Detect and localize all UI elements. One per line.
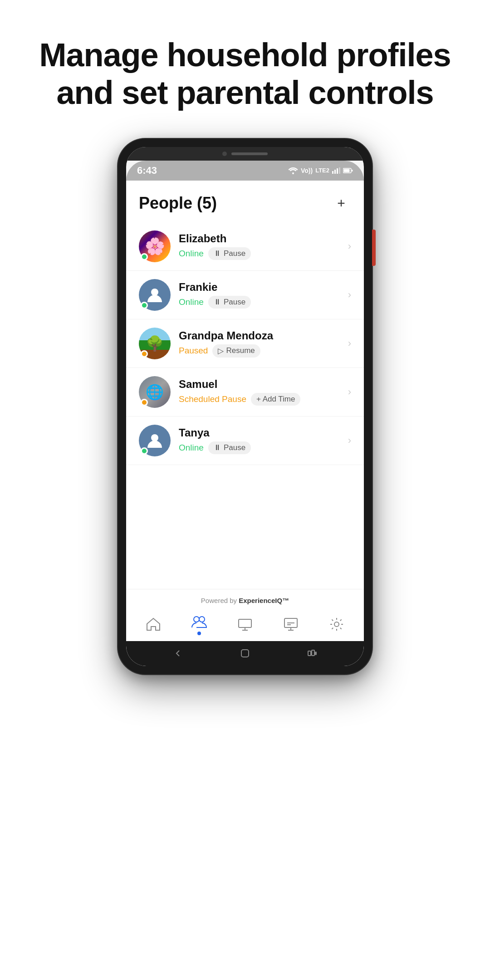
bars-icon: [332, 167, 340, 174]
network-icon: LTE2: [315, 167, 329, 174]
avatar-wrap: [139, 425, 171, 456]
person-svg-icon: [146, 286, 164, 304]
status-time: 6:43: [137, 165, 157, 176]
person-name: Frankie: [179, 281, 340, 294]
powered-by-text: Powered by ExperienceIQ™: [126, 594, 364, 609]
list-item[interactable]: Samuel Scheduled Pause + Add Time ›: [126, 368, 364, 416]
camera-dot: [222, 152, 227, 156]
monitor-icon: [283, 616, 299, 632]
signal-icon: Vo)): [301, 167, 313, 174]
settings-icon: [328, 616, 345, 632]
svg-rect-17: [312, 650, 314, 656]
phone-mockup: 6:43 Vo)) LTE2: [118, 139, 372, 674]
powered-by-label: Powered by: [201, 597, 237, 604]
svg-rect-16: [308, 651, 311, 656]
status-indicator: [141, 350, 148, 358]
status-text: Online: [179, 297, 204, 307]
home-button[interactable]: [238, 647, 252, 660]
nav-settings[interactable]: [323, 614, 350, 634]
pause-button[interactable]: ⏸ Pause: [208, 441, 251, 454]
chevron-right-icon: ›: [348, 435, 351, 446]
status-indicator: [141, 302, 148, 309]
wifi-icon: [288, 167, 298, 174]
status-indicator: [141, 399, 148, 406]
resume-icon: ▷: [218, 346, 224, 356]
battery-icon: [343, 168, 353, 173]
chevron-right-icon: ›: [348, 338, 351, 349]
pause-icon: ⏸: [214, 298, 221, 307]
resume-button[interactable]: ▷ Resume: [212, 344, 260, 358]
avatar-wrap: [139, 328, 171, 359]
status-bar: 6:43 Vo)) LTE2: [126, 161, 364, 181]
status-row: Online ⏸ Pause: [179, 247, 340, 260]
devices-icon: [237, 616, 253, 632]
svg-point-0: [292, 172, 294, 174]
person-info: Tanya Online ⏸ Pause: [179, 426, 340, 454]
avatar-wrap: [139, 279, 171, 311]
svg-rect-12: [239, 619, 251, 627]
person-info: Samuel Scheduled Pause + Add Time: [179, 378, 340, 406]
phone-nav-bar: [126, 641, 364, 666]
svg-rect-1: [332, 171, 333, 174]
svg-point-10: [194, 617, 199, 622]
status-icons: Vo)) LTE2: [288, 167, 353, 174]
person-info: Frankie Online ⏸ Pause: [179, 281, 340, 309]
list-item[interactable]: Tanya Online ⏸ Pause ›: [126, 416, 364, 465]
bottom-bar: Powered by ExperienceIQ™: [126, 589, 364, 641]
status-row: Online ⏸ Pause: [179, 441, 340, 454]
chevron-right-icon: ›: [348, 240, 351, 252]
status-row: Scheduled Pause + Add Time: [179, 393, 340, 406]
home-icon: [145, 616, 162, 632]
list-item[interactable]: Grandpa Mendoza Paused ▷ Resume ›: [126, 319, 364, 368]
person-name: Tanya: [179, 426, 340, 439]
status-indicator: [141, 447, 148, 455]
active-indicator: [197, 632, 201, 635]
pause-button[interactable]: ⏸ Pause: [208, 296, 251, 309]
svg-point-11: [199, 617, 205, 622]
nav-devices[interactable]: [231, 614, 259, 634]
svg-rect-7: [352, 170, 353, 172]
list-item[interactable]: Frankie Online ⏸ Pause ›: [126, 271, 364, 319]
add-person-button[interactable]: +: [331, 193, 351, 213]
svg-point-9: [151, 434, 158, 441]
add-time-button[interactable]: + Add Time: [251, 393, 301, 406]
recents-button[interactable]: [305, 647, 319, 660]
pause-icon: ⏸: [214, 249, 221, 258]
pause-label: Pause: [224, 443, 245, 452]
nav-people[interactable]: [186, 612, 213, 637]
person-info: Grandpa Mendoza Paused ▷ Resume: [179, 329, 340, 358]
people-icon: [191, 613, 207, 630]
person-name: Samuel: [179, 378, 340, 391]
svg-rect-18: [315, 652, 316, 655]
svg-point-14: [334, 622, 339, 627]
pause-button[interactable]: ⏸ Pause: [208, 247, 251, 260]
status-text: Paused: [179, 346, 208, 356]
svg-point-8: [151, 289, 158, 296]
pause-label: Pause: [224, 298, 245, 307]
list-item[interactable]: Elizabeth Online ⏸ Pause ›: [126, 222, 364, 271]
person-name: Grandpa Mendoza: [179, 329, 340, 342]
page-title: People (5): [139, 194, 217, 213]
avatar-wrap: [139, 230, 171, 262]
back-button[interactable]: [171, 647, 185, 660]
avatar-wrap: [139, 376, 171, 408]
pause-icon: ⏸: [214, 443, 221, 452]
phone-screen: 6:43 Vo)) LTE2: [126, 147, 364, 666]
nav-monitor[interactable]: [277, 614, 304, 634]
nav-home[interactable]: [140, 614, 167, 634]
hero-text: Manage household profiles and set parent…: [12, 0, 478, 134]
status-row: Paused ▷ Resume: [179, 344, 340, 358]
speaker-bar: [231, 152, 268, 155]
person-svg-icon: [146, 431, 164, 450]
phone-shell: 6:43 Vo)) LTE2: [118, 139, 372, 674]
svg-rect-6: [344, 169, 350, 172]
person-name: Elizabeth: [179, 232, 340, 245]
svg-rect-15: [241, 650, 249, 657]
hero-line2: and set parental controls: [56, 74, 433, 111]
svg-rect-2: [334, 170, 336, 174]
resume-label: Resume: [226, 346, 255, 355]
person-info: Elizabeth Online ⏸ Pause: [179, 232, 340, 260]
svg-rect-3: [337, 168, 338, 174]
app-header: People (5) +: [126, 181, 364, 222]
svg-rect-4: [339, 167, 340, 174]
